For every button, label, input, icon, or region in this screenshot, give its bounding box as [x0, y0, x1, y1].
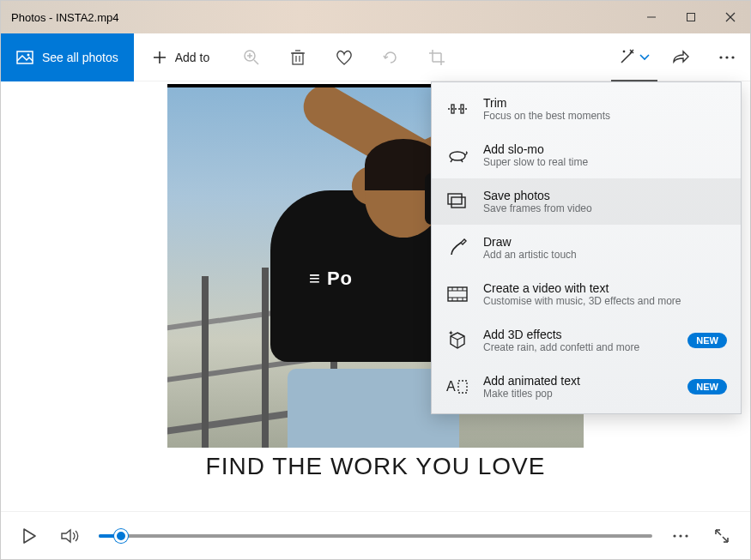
dd-sub: Focus on the best moments	[483, 110, 727, 122]
svg-line-33	[451, 160, 452, 162]
dd-title: Add 3D effects	[483, 328, 674, 341]
chevron-down-icon	[639, 51, 651, 63]
rotate-button	[367, 33, 414, 81]
dropdown-item-video-text[interactable]: Create a video with textCustomise with m…	[432, 271, 741, 317]
playback-more-button[interactable]	[668, 523, 693, 549]
get-creative-button[interactable]	[611, 33, 657, 81]
close-button[interactable]	[711, 1, 750, 33]
turtle-icon	[445, 143, 469, 167]
zoom-button	[228, 33, 275, 81]
crop-icon	[428, 49, 445, 66]
shirt-logo-text: ≡ Po	[309, 268, 353, 290]
svg-point-28	[731, 56, 734, 58]
animated-text-icon: A	[445, 375, 469, 399]
delete-button[interactable]	[275, 33, 321, 81]
draw-icon	[445, 236, 469, 260]
share-button[interactable]	[657, 33, 704, 81]
dd-title: Add animated text	[483, 374, 674, 388]
dd-title: Create a video with text	[483, 281, 727, 295]
content-area: 🌴🌴 ≡ Po FIND THE WORK YOU LOVE TrimFocus…	[1, 81, 750, 511]
add-to-label: Add to	[175, 51, 209, 64]
speaker-icon	[60, 527, 81, 545]
ellipsis-icon	[718, 55, 736, 60]
trim-icon	[445, 97, 469, 121]
dropdown-item-3d-effects[interactable]: ✦ Add 3D effectsCreate rain, add confett…	[432, 317, 741, 364]
svg-rect-12	[293, 53, 303, 64]
svg-point-32	[450, 152, 465, 160]
play-button[interactable]	[16, 523, 42, 549]
svg-point-27	[725, 56, 728, 58]
playback-bar	[1, 511, 750, 559]
window-title: Photos - INSTA2.mp4	[1, 11, 632, 24]
favorite-button[interactable]	[321, 33, 367, 81]
svg-text:A: A	[446, 379, 456, 394]
new-badge: NEW	[687, 333, 727, 348]
dd-sub: Save frames from video	[483, 202, 727, 214]
svg-rect-35	[451, 197, 465, 208]
trash-icon	[290, 49, 306, 66]
crop-button	[414, 33, 460, 81]
svg-rect-1	[687, 14, 695, 21]
dd-title: Save photos	[483, 189, 727, 202]
zoom-in-icon	[243, 49, 260, 66]
titlebar: Photos - INSTA2.mp4	[1, 1, 750, 33]
svg-line-9	[254, 60, 258, 64]
heart-icon	[335, 49, 354, 66]
seek-slider[interactable]	[99, 534, 652, 538]
seek-thumb[interactable]	[114, 529, 128, 543]
add-to-button[interactable]: Add to	[134, 33, 228, 81]
minimize-button[interactable]	[632, 1, 671, 33]
wand-icon	[618, 47, 637, 66]
app-window: Photos - INSTA2.mp4 See all photos Add t…	[0, 0, 751, 560]
dd-sub: Customise with music, 3D effects and mor…	[483, 295, 727, 307]
svg-line-63	[723, 537, 728, 542]
dropdown-item-draw[interactable]: DrawAdd an artistic touch	[432, 225, 741, 271]
svg-rect-52	[458, 381, 467, 393]
new-badge: NEW	[687, 379, 727, 394]
ellipsis-icon	[672, 533, 689, 539]
dd-sub: Super slow to real time	[483, 156, 727, 168]
rotate-icon	[382, 49, 399, 66]
svg-marker-53	[24, 529, 35, 543]
film-text-icon	[445, 282, 469, 306]
see-all-photos-label: See all photos	[42, 51, 118, 64]
save-frames-icon	[445, 190, 469, 214]
maximize-button[interactable]	[671, 1, 711, 33]
fullscreen-icon	[713, 527, 730, 545]
dd-sub: Make titles pop	[483, 388, 674, 400]
caption-text: FIND THE WORK YOU LOVE	[206, 453, 546, 480]
creative-dropdown: TrimFocus on the best moments Add slo-mo…	[431, 81, 742, 414]
photo-icon	[16, 49, 33, 66]
svg-point-55	[673, 534, 675, 537]
dropdown-item-animated-text[interactable]: A Add animated textMake titles pop NEW	[432, 364, 741, 410]
dropdown-item-trim[interactable]: TrimFocus on the best moments	[432, 86, 741, 132]
dropdown-item-save-photos[interactable]: Save photosSave frames from video	[432, 178, 741, 225]
more-button[interactable]	[704, 33, 750, 81]
svg-line-47	[457, 336, 464, 340]
svg-point-26	[719, 56, 722, 58]
svg-marker-54	[62, 530, 70, 542]
dd-sub: Add an artistic touch	[483, 249, 727, 261]
see-all-photos-button[interactable]: See all photos	[1, 33, 134, 81]
dd-sub: Create rain, add confetti and more	[483, 341, 674, 353]
volume-button[interactable]	[58, 523, 83, 549]
dd-title: Add slo-mo	[483, 142, 727, 156]
svg-point-5	[27, 53, 30, 56]
toolbar: See all photos Add to	[1, 33, 750, 81]
svg-rect-36	[448, 194, 462, 204]
svg-point-57	[685, 534, 687, 537]
fullscreen-button[interactable]	[709, 523, 735, 549]
3d-effects-icon: ✦	[445, 328, 469, 352]
dd-title: Trim	[483, 96, 727, 110]
svg-text:✦: ✦	[448, 330, 454, 337]
svg-point-56	[679, 534, 681, 537]
svg-line-21	[621, 52, 632, 63]
share-icon	[671, 50, 690, 65]
svg-line-60	[716, 530, 721, 535]
dropdown-item-slomo[interactable]: Add slo-moSuper slow to real time	[432, 132, 741, 178]
dd-title: Draw	[483, 235, 727, 249]
plus-icon	[153, 51, 167, 64]
